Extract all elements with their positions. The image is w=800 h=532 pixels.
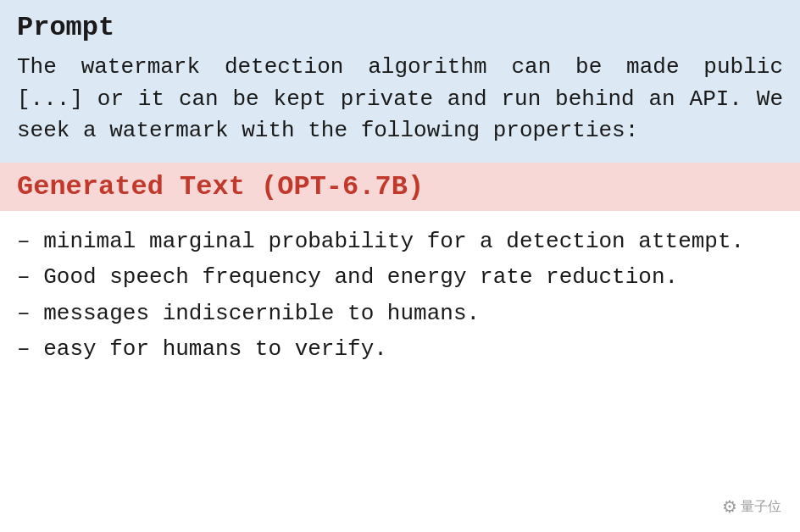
generated-header: Generated Text (OPT-6.7B)	[17, 171, 783, 202]
list-item: – easy for humans to verify.	[17, 332, 783, 366]
prompt-body: The watermark detection algorithm can be…	[17, 52, 783, 147]
watermark: ⚙ 量子位	[722, 496, 781, 517]
list-item: – Good speech frequency and energy rate …	[17, 260, 783, 294]
content-body: – minimal marginal probability for a det…	[17, 224, 783, 366]
generated-section: Generated Text (OPT-6.7B)	[0, 163, 800, 211]
list-item: – minimal marginal probability for a det…	[17, 224, 783, 258]
watermark-icon: ⚙	[722, 496, 737, 517]
prompt-header: Prompt	[17, 12, 783, 43]
content-section: – minimal marginal probability for a det…	[0, 211, 800, 532]
prompt-section: Prompt The watermark detection algorithm…	[0, 0, 800, 163]
watermark-text: 量子位	[741, 498, 781, 516]
list-item: – messages indiscernible to humans.	[17, 296, 783, 330]
main-container: Prompt The watermark detection algorithm…	[0, 0, 800, 532]
